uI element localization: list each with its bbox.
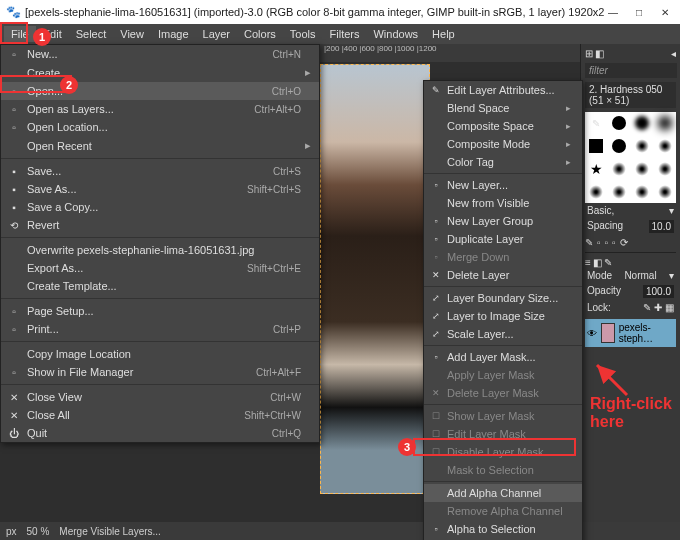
brush-item[interactable]: [654, 112, 676, 134]
menubar-item-view[interactable]: View: [113, 26, 151, 42]
context-menu-item[interactable]: ✕Delete Layer: [424, 266, 582, 284]
icon[interactable]: ▫: [597, 237, 601, 248]
brush-item[interactable]: ★: [585, 158, 607, 180]
mode-value[interactable]: Normal: [624, 270, 656, 281]
context-menu-item[interactable]: ▫Alpha to Selection: [424, 520, 582, 538]
brush-filter-input[interactable]: filter: [585, 63, 677, 78]
layer-name[interactable]: pexels-steph…: [619, 322, 674, 344]
menubar-item-file[interactable]: File: [4, 26, 36, 42]
context-menu-item[interactable]: Color Tag▸: [424, 153, 582, 171]
maximize-button[interactable]: □: [630, 4, 648, 20]
brush-grid[interactable]: ✎ ★: [585, 112, 676, 203]
file-menu-item[interactable]: Open Recent▸: [1, 136, 319, 155]
menubar-item-tools[interactable]: Tools: [283, 26, 323, 42]
opacity-value[interactable]: 100.0: [643, 285, 674, 298]
icon[interactable]: ⟳: [620, 237, 628, 248]
context-menu-item[interactable]: ▫Duplicate Layer: [424, 230, 582, 248]
layer-thumbnail[interactable]: [601, 323, 615, 343]
channels-tab-icon[interactable]: ◧: [593, 257, 602, 268]
preset-label: Basic,: [587, 205, 614, 216]
file-menu-item[interactable]: Overwrite pexels-stephanie-lima-16051631…: [1, 241, 319, 259]
brush-item[interactable]: [654, 135, 676, 157]
file-menu-dropdown: ▫New...Ctrl+NCreate▸▫Open...Ctrl+O▫Open …: [0, 44, 320, 443]
image-canvas[interactable]: [320, 64, 430, 494]
brush-item[interactable]: ✎: [585, 112, 607, 134]
right-dock-panel: ⊞ ◧ ◂ filter 2. Hardness 050 (51 × 51) ✎…: [580, 44, 680, 540]
file-menu-item[interactable]: ▫Print...Ctrl+P: [1, 320, 319, 338]
icon[interactable]: ⊞: [585, 48, 593, 59]
brush-item[interactable]: [631, 181, 653, 203]
brush-item[interactable]: [654, 158, 676, 180]
eye-visibility-icon[interactable]: 👁: [587, 328, 597, 339]
icon[interactable]: ▫: [605, 237, 609, 248]
brush-item[interactable]: [654, 181, 676, 203]
icon[interactable]: ✎: [585, 237, 593, 248]
context-menu-item[interactable]: ⤢Layer Boundary Size...: [424, 289, 582, 307]
context-menu-item[interactable]: Composite Mode▸: [424, 135, 582, 153]
minimize-button[interactable]: —: [604, 4, 622, 20]
icon[interactable]: ◧: [595, 48, 604, 59]
spacing-value[interactable]: 10.0: [649, 220, 674, 233]
close-window-button[interactable]: ✕: [656, 4, 674, 20]
icon[interactable]: ▫: [612, 237, 616, 248]
context-menu-item[interactable]: Add Alpha Channel: [424, 484, 582, 502]
menubar-item-windows[interactable]: Windows: [366, 26, 425, 42]
context-menu-item: ☐Edit Layer Mask: [424, 425, 582, 443]
file-menu-item[interactable]: Create▸: [1, 63, 319, 82]
file-menu-item[interactable]: ▫Open Location...: [1, 118, 319, 136]
context-menu-item[interactable]: ⤢Layer to Image Size: [424, 307, 582, 325]
brush-item[interactable]: [585, 135, 607, 157]
dropdown-icon[interactable]: ▾: [669, 270, 674, 281]
file-menu-item[interactable]: ✕Close AllShift+Ctrl+W: [1, 406, 319, 424]
window-titlebar: 🐾 [pexels-stephanie-lima-16051631] (impo…: [0, 0, 680, 24]
brush-item[interactable]: [585, 181, 607, 203]
file-menu-item[interactable]: ⟲Revert: [1, 216, 319, 234]
spacing-label: Spacing: [587, 220, 623, 233]
menubar-item-image[interactable]: Image: [151, 26, 196, 42]
lock-icons[interactable]: ✎ ✚ ▦: [643, 302, 674, 313]
layers-tab-icon[interactable]: ≡: [585, 257, 591, 268]
file-menu-item[interactable]: ▪Save a Copy...: [1, 198, 319, 216]
brush-item[interactable]: [608, 181, 630, 203]
file-menu-item[interactable]: ▪Save...Ctrl+S: [1, 162, 319, 180]
brush-item[interactable]: [631, 135, 653, 157]
context-menu-item[interactable]: Blend Space▸: [424, 99, 582, 117]
paths-tab-icon[interactable]: ✎: [604, 257, 612, 268]
brush-item[interactable]: [608, 112, 630, 134]
context-menu-item[interactable]: New from Visible: [424, 194, 582, 212]
dropdown-icon[interactable]: ▾: [669, 205, 674, 216]
zoom-display[interactable]: 50 %: [27, 526, 50, 537]
context-menu-item[interactable]: ⤢Scale Layer...: [424, 325, 582, 343]
file-menu-item[interactable]: Copy Image Location: [1, 345, 319, 363]
file-menu-item[interactable]: ▫Show in File ManagerCtrl+Alt+F: [1, 363, 319, 381]
menubar-item-colors[interactable]: Colors: [237, 26, 283, 42]
menubar-item-select[interactable]: Select: [69, 26, 114, 42]
panel-menu-icon[interactable]: ◂: [671, 48, 676, 59]
brush-item[interactable]: [631, 112, 653, 134]
brush-name-label: 2. Hardness 050 (51 × 51): [585, 82, 676, 108]
brush-item[interactable]: [608, 158, 630, 180]
file-menu-item[interactable]: ▫Page Setup...: [1, 302, 319, 320]
brush-item[interactable]: [608, 135, 630, 157]
unit-selector[interactable]: px: [6, 526, 17, 537]
file-menu-item[interactable]: ▫New...Ctrl+N: [1, 45, 319, 63]
file-menu-item[interactable]: ✕Close ViewCtrl+W: [1, 388, 319, 406]
brush-item[interactable]: [631, 158, 653, 180]
menubar-item-filters[interactable]: Filters: [323, 26, 367, 42]
context-menu-item[interactable]: ▫Add Layer Mask...: [424, 348, 582, 366]
layer-row[interactable]: 👁 pexels-steph…: [585, 319, 676, 347]
menubar-item-layer[interactable]: Layer: [196, 26, 238, 42]
file-menu-item[interactable]: ▫Open as Layers...Ctrl+Alt+O: [1, 100, 319, 118]
context-menu-item[interactable]: ▫New Layer Group: [424, 212, 582, 230]
menubar-item-help[interactable]: Help: [425, 26, 462, 42]
file-menu-item[interactable]: ⏻QuitCtrl+Q: [1, 424, 319, 442]
context-menu-item: Mask to Selection: [424, 461, 582, 479]
file-menu-item[interactable]: Create Template...: [1, 277, 319, 295]
context-menu-item[interactable]: ▫New Layer...: [424, 176, 582, 194]
file-menu-item[interactable]: ▪Save As...Shift+Ctrl+S: [1, 180, 319, 198]
file-menu-item[interactable]: ▫Open...Ctrl+O: [1, 82, 319, 100]
context-menu-item[interactable]: Composite Space▸: [424, 117, 582, 135]
context-menu-item[interactable]: ✎Edit Layer Attributes...: [424, 81, 582, 99]
context-menu-item: ☐Disable Layer Mask: [424, 443, 582, 461]
file-menu-item[interactable]: Export As...Shift+Ctrl+E: [1, 259, 319, 277]
